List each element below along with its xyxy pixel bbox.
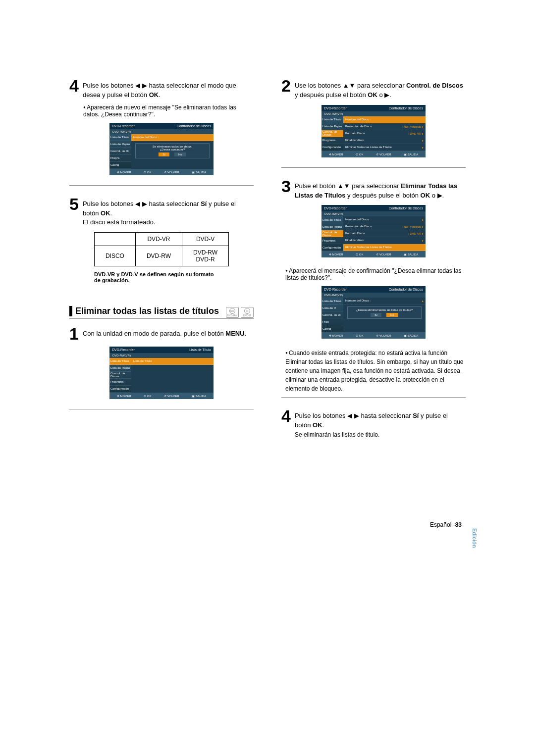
step-number: 4	[69, 78, 79, 100]
left-column: 4 Pulse los botones ◀ ▶ hasta selecciona…	[69, 78, 254, 444]
step-text: Pulse los botones ◀ ▶ hasta seleccionar …	[83, 78, 254, 100]
badge-dvd-r: RDVD-R	[241, 307, 254, 318]
step-text: Pulse los botones ◀ ▶ hasta seleccionar …	[295, 408, 466, 440]
step-2: 2 Use los botones ▲▼ para seleccionar Co…	[281, 78, 466, 100]
confirm-message-note: Aparecerá el mensaje de confirmación "¿D…	[285, 267, 466, 281]
step-number: 3	[281, 179, 291, 201]
step-text: Pulse los botones ◀ ▶ hasta seleccionar …	[83, 197, 254, 228]
screenshot-eliminate-highlight: DVD-RecorderControlador de Discos DVD-RW…	[321, 205, 426, 257]
page-number: Español -83	[430, 521, 462, 528]
step-4-right: 4 Pulse los botones ◀ ▶ hasta selecciona…	[281, 408, 466, 440]
divider	[281, 167, 466, 168]
divider	[69, 185, 254, 186]
right-column: 2 Use los botones ▲▼ para seleccionar Co…	[281, 78, 466, 444]
step-number: 2	[281, 78, 291, 100]
table-note: DVD-VR y DVD-V se definen según su forma…	[94, 271, 218, 283]
section-tab-label: Edición	[472, 528, 478, 548]
format-table: DVD-VRDVD-V DISCODVD-RWDVD-RWDVD-R	[94, 232, 229, 266]
step-number: 4	[281, 408, 291, 440]
step-text: Con la unidad en modo de parada, pulse e…	[83, 326, 246, 342]
step-number: 5	[69, 197, 79, 228]
screenshot-disc-controller-menu: DVD-RecorderControlador de Discos DVD-RW…	[321, 105, 426, 157]
divider	[69, 409, 254, 409]
badge-dvd-rw: RWDVD-RW	[226, 307, 239, 318]
screenshot-confirm-delete-titles: DVD-RecorderControlador de Discos DVD-RW…	[321, 286, 426, 339]
step-number: 1	[69, 326, 79, 342]
step-3: 3 Pulse el botón ▲▼ para seleccionar Eli…	[281, 179, 466, 201]
protected-entry-note: Cuando existe entrada protegida: no esta…	[285, 349, 466, 393]
step4-note: Aparecerá de nuevo el mensaje "Se elimin…	[83, 104, 254, 118]
step-1: 1 Con la unidad en modo de parada, pulse…	[69, 326, 254, 342]
divider	[281, 397, 466, 398]
step-5: 5 Pulse los botones ◀ ▶ hasta selecciona…	[69, 197, 254, 228]
step-4: 4 Pulse los botones ◀ ▶ hasta selecciona…	[69, 78, 254, 100]
screenshot-title-list: DVD-RecorderLista de Título DVD-RW(VR) L…	[109, 347, 214, 399]
step-text: Pulse el botón ▲▼ para seleccionar Elimi…	[295, 179, 466, 201]
step-text: Use los botones ▲▼ para seleccionar Cont…	[295, 78, 466, 100]
screenshot-disc-controller-confirm: DVD-RecorderControlador de Discos DVD-RW…	[109, 123, 214, 175]
section-underline: RWDVD-RW RDVD-R	[69, 318, 254, 322]
